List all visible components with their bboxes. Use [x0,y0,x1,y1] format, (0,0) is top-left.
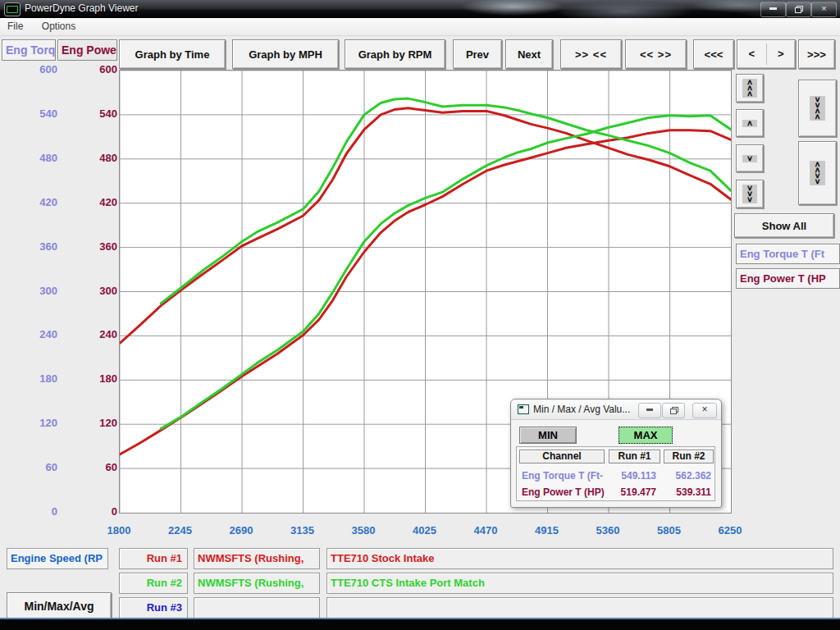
run-file-3 [194,597,320,619]
graph-by-time-button[interactable]: Graph by Time [119,39,226,69]
x-tick-label: 5805 [643,524,696,537]
prev-button[interactable]: Prev [453,39,502,69]
scroll-up-fast-button[interactable]: ∧∧∧ [736,74,764,103]
popup-values-list: Channel Run #1 Run #2 Eng Torque T (Ft-5… [516,446,715,501]
close-icon: × [701,404,707,415]
x-tick-label: 4470 [459,524,512,537]
restore-button[interactable] [786,2,811,17]
popup-value-run2: 562.362 [664,470,711,482]
curve-run2-torque [161,98,731,304]
y-tick-label-powr: 120 [76,417,117,430]
close-button[interactable]: × [811,2,837,17]
pan-left-right-button: < > [737,39,796,69]
menu-bar: File Options [0,18,840,36]
y-tick-label-powr: 60 [76,461,117,474]
run-label-2: Run #2 [119,573,188,594]
minimize-icon [769,7,777,10]
chevron-down-icon: ∨ [746,198,753,203]
min-toggle-button[interactable]: MIN [519,427,577,444]
expand-vertical-button[interactable]: ∧∧∨∨ [798,141,837,205]
y-tick-label-torq: 60 [23,461,57,474]
scroll-up-button[interactable]: ∧ [736,109,764,137]
y-tick-label-torq: 300 [23,285,57,298]
y-tick-label-powr: 540 [76,107,117,121]
x-tick-label: 2690 [215,524,267,537]
curve-run2-power [161,116,731,429]
x-tick-label: 4915 [521,524,573,537]
taskbar-strip [0,619,840,630]
window-title: PowerDyne Graph Viewer [25,2,139,14]
y-tick-label-torq: 540 [23,107,57,121]
popup-header-run1: Run #1 [609,450,660,463]
x-tick-label: 3135 [276,524,329,537]
y-tick-label-torq: 180 [23,372,57,386]
y-tick-label-powr: 180 [76,372,117,386]
popup-value-run1: 519.477 [609,486,656,498]
run-comment-2: TTE710 CTS Intake Port Match [326,573,833,594]
min-max-avg-button[interactable]: Min/Max/Avg [7,592,112,620]
popup-channel-label: Eng Torque T (Ft- [522,470,603,482]
axis-tab-torque[interactable]: Eng Torq [2,39,56,61]
y-tick-label-powr: 240 [76,328,117,341]
minimize-button[interactable] [760,2,786,17]
x-tick-label: 5360 [582,524,634,537]
y-tick-label-powr: 360 [76,240,117,253]
pan-right-button[interactable]: > [767,40,796,68]
menu-file[interactable]: File [0,18,30,34]
scroll-down-button[interactable]: ∨ [736,144,764,172]
chevron-up-icon: ∧ [814,115,820,120]
x-channel-box[interactable]: Engine Speed (RP [7,548,108,569]
y-tick-label-torq: 240 [23,328,57,341]
y-tick-label-torq: 0 [23,505,57,518]
zoom-in-x-button[interactable]: >> << [560,39,622,69]
y-tick-label-powr: 0 [76,505,117,518]
minmax-popup-window: Min / Max / Avg Valu... × MIN MAX Channe… [510,399,722,508]
chevron-down-icon: ∨ [746,156,753,161]
minimize-icon [646,409,653,411]
collapse-vertical-button[interactable]: ∨∨∧∧ [798,80,837,137]
restore-icon [795,6,802,12]
y-tick-label-torq: 600 [23,63,57,76]
x-tick-label: 1800 [93,524,145,537]
chevron-up-icon: ∧ [746,92,753,97]
popup-window-icon [518,404,529,414]
pan-right-fast-button[interactable]: >>> [798,39,835,69]
scroll-down-fast-button[interactable]: ∨∨∨ [736,180,764,208]
channel-box-power[interactable]: Eng Power T (HP [736,268,840,289]
run-comment-3 [326,597,833,619]
close-icon: × [821,3,826,13]
y-tick-label-torq: 360 [23,240,57,253]
max-toggle-button[interactable]: MAX [619,427,673,444]
popup-close-button[interactable]: × [692,403,717,418]
pan-left-button[interactable]: < [737,40,766,68]
next-button[interactable]: Next [505,39,553,69]
restore-icon [670,407,678,413]
x-tick-label: 6250 [704,524,756,537]
popup-minimize-button[interactable] [638,403,661,418]
graph-by-mph-button[interactable]: Graph by MPH [232,39,339,69]
popup-header-run2: Run #2 [664,450,714,463]
pan-left-fast-button[interactable]: <<< [693,39,734,69]
popup-restore-button[interactable] [662,403,685,418]
x-tick-label: 3580 [337,524,390,537]
zoom-out-x-button[interactable]: << >> [625,39,687,69]
menu-options[interactable]: Options [34,18,83,34]
run-file-1: NWMSFTS (Rushing, [194,548,320,569]
y-tick-label-powr: 600 [76,63,117,76]
axis-tab-power[interactable]: Eng Powe [57,39,117,61]
y-tick-label-powr: 480 [76,152,117,165]
x-tick-label: 4025 [399,524,451,537]
y-tick-label-torq: 120 [23,417,57,430]
popup-value-run1: 549.113 [609,470,656,482]
graph-by-rpm-button[interactable]: Graph by RPM [345,39,445,69]
show-all-button[interactable]: Show All [734,213,834,238]
channel-box-torque[interactable]: Eng Torque T (Ft [736,244,840,264]
run-label-1: Run #1 [119,548,188,569]
run-comment-1: TTE710 Stock Intake [326,548,833,569]
y-tick-label-torq: 420 [23,196,57,209]
x-tick-label: 2245 [154,524,207,537]
popup-title-bar[interactable]: Min / Max / Avg Valu... × [511,399,721,420]
chevron-down-icon: ∨ [814,180,820,185]
app-window: PowerDyne Graph Viewer × File Options En… [0,0,840,619]
run-file-2: NWMSFTS (Rushing, [194,573,320,594]
